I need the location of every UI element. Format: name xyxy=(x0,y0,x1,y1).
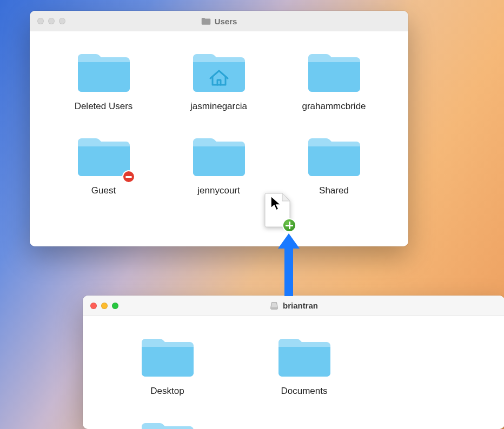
traffic-light-zoom[interactable] xyxy=(112,303,118,309)
svg-rect-0 xyxy=(271,307,277,309)
folder-icon xyxy=(276,335,333,380)
folder-jasminegarcia[interactable]: jasminegarcia xyxy=(161,50,276,112)
no-entry-badge-icon xyxy=(122,170,135,183)
folder-shared[interactable]: Shared xyxy=(276,135,392,196)
arrow-cursor-icon xyxy=(270,195,282,211)
titlebar[interactable]: briantran xyxy=(83,296,504,316)
finder-window-briantran[interactable]: briantran Desktop xyxy=(83,296,504,429)
folder-grahammcbride[interactable]: grahammcbride xyxy=(276,50,392,112)
window-title: briantran xyxy=(283,301,318,310)
traffic-light-close[interactable] xyxy=(37,18,44,24)
folder-label: grahammcbride xyxy=(302,101,366,112)
finder-window-users[interactable]: Users Deleted Users xyxy=(30,11,408,246)
traffic-light-zoom[interactable] xyxy=(59,18,65,24)
disk-icon xyxy=(269,301,279,311)
titlebar[interactable]: Users xyxy=(30,11,408,31)
folder-icon xyxy=(306,50,362,96)
folder-label: Shared xyxy=(319,185,349,196)
icon-view[interactable]: Deleted Users jasminegarcia xyxy=(30,31,408,246)
home-folder-icon xyxy=(191,50,247,96)
folder-label: Desktop xyxy=(150,386,184,397)
folder-icon xyxy=(306,135,362,180)
window-title: Users xyxy=(215,17,237,26)
copy-plus-badge-icon xyxy=(282,218,296,232)
folder-label: Deleted Users xyxy=(75,101,133,112)
traffic-light-minimize[interactable] xyxy=(48,18,55,24)
folder-icon xyxy=(140,335,196,380)
folder-desktop[interactable]: Desktop xyxy=(99,335,236,397)
folder-icon xyxy=(140,419,196,429)
folder-label: Guest xyxy=(91,185,116,196)
traffic-light-minimize[interactable] xyxy=(101,303,108,309)
folder-documents[interactable]: Documents xyxy=(236,335,373,397)
folder-icon xyxy=(191,135,247,180)
folder-label: jasminegarcia xyxy=(190,101,247,112)
folder-label: jennycourt xyxy=(197,185,240,196)
folder-icon xyxy=(201,16,211,26)
guide-arrow-up-icon xyxy=(278,233,300,296)
folder-label: Documents xyxy=(281,386,328,397)
folder-downloads[interactable]: Downloads xyxy=(99,419,236,429)
folder-deleted-users[interactable]: Deleted Users xyxy=(46,50,161,112)
icon-view[interactable]: Desktop Documents Downlo xyxy=(83,316,504,429)
folder-jennycourt[interactable]: jennycourt xyxy=(161,135,276,196)
traffic-light-close[interactable] xyxy=(90,303,97,309)
folder-icon xyxy=(76,50,132,96)
folder-guest[interactable]: Guest xyxy=(46,135,161,196)
